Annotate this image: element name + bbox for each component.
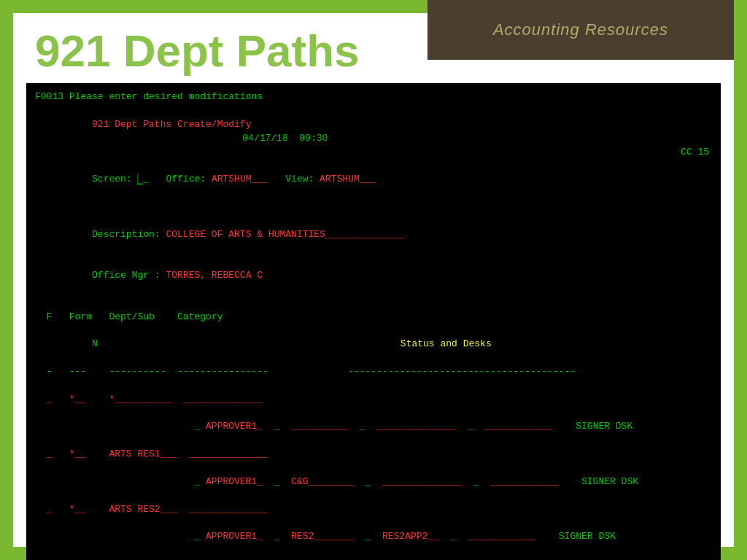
term-row1b: _ APPROVER1_ _ __________ _ ____________… [35,407,712,448]
terminal-screen: F0013 Please enter desired modifications… [26,83,721,560]
term-row1a: _ *__ *__________ ______________ [35,393,712,407]
term-mgr: Office Mgr : TORRES, REBECCA C [35,255,712,297]
term-blank-4 [35,379,712,393]
term-row2a: _ *__ ARTS RES1___ ______________ [35,448,712,462]
term-header2: N Status and Desks [35,324,712,366]
term-screen-line: Screen: █_ Office: ARTSHUM___ View: ARTS… [35,159,712,201]
term-subtitle: 921 Dept Paths Create/Modify [80,119,251,130]
term-blank-3 [35,297,712,311]
term-row2b: _ APPROVER1_ _ C&G________ _ ___________… [35,462,712,503]
term-divider: - --- ---------- ---------------- ------… [35,365,712,379]
term-line-1: F0013 Please enter desired modifications [35,90,712,104]
brand-box: Accounting Resources [427,0,734,60]
term-line-2: 921 Dept Paths Create/Modify04/17/18 09:… [35,104,712,146]
term-blank-2 [35,201,712,214]
term-date: 04/17/18 09:30 CC 15 [242,132,709,160]
brand-title: Accounting Resources [493,20,668,39]
term-header1: F Form Dept/Sub Category [35,311,712,324]
page-wrapper: 921 Dept Paths F0013 Please enter desire… [0,0,747,560]
main-card: 921 Dept Paths F0013 Please enter desire… [13,13,734,547]
term-row3a: _ *__ ARTS RES2___ ______________ [35,503,712,517]
term-desc: Description: COLLEGE OF ARTS & HUMANITIE… [35,214,712,256]
term-row3b: _ APPROVER1_ _ RES2_______ _ RES2APP2__ … [35,516,712,558]
